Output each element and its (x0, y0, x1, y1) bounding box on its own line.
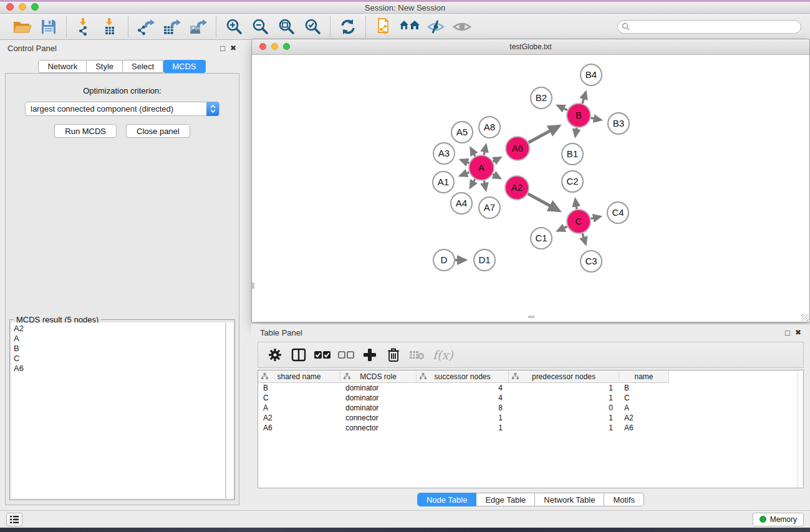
column-header-name[interactable]: name (619, 370, 669, 383)
edge-A-A3[interactable] (461, 160, 469, 163)
table-row[interactable]: Bdominator41B (258, 383, 803, 393)
criterion-dropdown[interactable]: largest connected component (directed) (25, 102, 219, 116)
task-history-button[interactable] (6, 513, 22, 526)
table-row[interactable]: A2connector11A2 (258, 413, 803, 423)
edge-A-A5[interactable] (471, 148, 475, 156)
table-scrollbar[interactable] (797, 370, 803, 488)
node-A6[interactable]: A6 (506, 137, 529, 160)
run-mcds-button[interactable]: Run MCDS (54, 124, 117, 138)
table-cell[interactable]: 4 (417, 383, 509, 393)
result-list-item[interactable]: A (14, 334, 225, 344)
table-settings-gear-icon[interactable] (264, 345, 286, 365)
node-A3[interactable]: A3 (433, 143, 455, 164)
select-all-rows-icon[interactable] (312, 345, 333, 365)
tab-edge-table[interactable]: Edge Table (476, 493, 535, 506)
float-panel-icon[interactable]: □ (220, 44, 225, 52)
table-cell[interactable]: A6 (619, 423, 669, 433)
edge-A-A4[interactable] (470, 179, 475, 187)
edge-A-A7[interactable] (484, 181, 486, 190)
canvas-vscroll-thumb[interactable] (252, 283, 254, 289)
network-maximize-button[interactable] (283, 43, 290, 50)
network-graph[interactable]: B4B2BB3A8A5A6A3B1AA1C2A2A4A7C4CC1DD1C3 (252, 55, 809, 318)
table-cell[interactable]: 1 (509, 393, 619, 403)
tab-network[interactable]: Network (38, 60, 87, 73)
node-D[interactable]: D (433, 249, 455, 271)
tab-motifs[interactable]: Motifs (604, 493, 644, 506)
table-cell[interactable]: connector (340, 413, 417, 423)
node-A1[interactable]: A1 (433, 172, 454, 193)
tab-style[interactable]: Style (87, 60, 123, 73)
memory-button[interactable]: Memory (753, 513, 804, 526)
edge-A-A8[interactable] (484, 145, 486, 155)
export-network-icon[interactable] (135, 16, 157, 37)
hide-panel-icon[interactable] (425, 16, 447, 37)
table-cell[interactable]: 1 (417, 413, 509, 423)
refresh-icon[interactable] (337, 16, 359, 37)
node-C[interactable]: C (567, 210, 591, 233)
table-cell[interactable]: A2 (619, 413, 669, 423)
float-table-panel-icon[interactable]: □ (785, 329, 790, 337)
edge-A-A2[interactable] (493, 174, 500, 178)
node-A4[interactable]: A4 (451, 193, 472, 214)
column-header-predecessor-nodes[interactable]: predecessor nodes (509, 370, 619, 383)
table-cell[interactable]: dominator (340, 403, 417, 413)
zoom-selected-icon[interactable] (301, 16, 324, 37)
node-A7[interactable]: A7 (479, 197, 500, 218)
node-A8[interactable]: A8 (479, 117, 500, 138)
edge-C-C1[interactable] (557, 226, 567, 231)
table-cell[interactable]: 8 (417, 403, 509, 413)
tab-network-table[interactable]: Network Table (535, 493, 604, 506)
table-cell[interactable]: dominator (340, 393, 417, 403)
edge-C-C3[interactable] (582, 233, 586, 244)
edge-C-C2[interactable] (575, 200, 576, 210)
result-list-item[interactable]: A6 (14, 364, 225, 374)
edge-A2-C[interactable] (528, 194, 559, 211)
zoom-fit-icon[interactable] (275, 16, 297, 37)
mcds-result-list[interactable]: A2ABCA6 (11, 322, 226, 498)
table-cell[interactable]: B (258, 383, 340, 393)
close-table-panel-icon[interactable]: ✖ (795, 329, 801, 336)
table-cell[interactable]: C (258, 393, 340, 403)
table-cell[interactable]: 1 (509, 383, 619, 393)
import-network-icon[interactable] (73, 16, 95, 37)
close-panel-icon[interactable]: ✖ (230, 44, 236, 52)
clone-network-icon[interactable] (372, 16, 395, 37)
node-B3[interactable]: B3 (608, 113, 629, 134)
table-row[interactable]: Adominator80A (258, 403, 803, 413)
canvas-hscroll-thumb[interactable] (528, 316, 534, 318)
save-session-icon[interactable] (37, 16, 60, 37)
node-B[interactable]: B (567, 104, 591, 127)
node-C3[interactable]: C3 (581, 251, 602, 272)
network-close-button[interactable] (259, 43, 266, 50)
node-C4[interactable]: C4 (607, 202, 629, 223)
result-list-item[interactable]: C (14, 354, 225, 364)
edge-B-B3[interactable] (591, 118, 601, 120)
node-B1[interactable]: B1 (562, 143, 583, 165)
table-cell[interactable]: A (258, 403, 340, 413)
import-table-icon[interactable] (99, 16, 122, 37)
column-header-successor-nodes[interactable]: successor nodes (417, 370, 509, 383)
node-C1[interactable]: C1 (531, 228, 552, 249)
deselect-all-rows-icon[interactable] (335, 345, 357, 365)
table-cell[interactable]: dominator (340, 383, 417, 393)
table-cell[interactable]: 4 (417, 393, 509, 403)
minimize-window-button[interactable] (19, 3, 26, 11)
edge-B-B1[interactable] (576, 128, 577, 137)
table-cell[interactable]: connector (340, 423, 417, 433)
edge-B-B2[interactable] (557, 105, 567, 110)
network-window-titlebar[interactable]: testGlobe.txt (252, 39, 809, 55)
tab-node-table[interactable]: Node Table (417, 493, 477, 506)
home-icon[interactable] (398, 16, 421, 37)
maximize-window-button[interactable] (31, 3, 39, 11)
node-B4[interactable]: B4 (581, 64, 602, 85)
tab-mcds[interactable]: MCDS (163, 60, 205, 73)
node-A5[interactable]: A5 (451, 122, 473, 143)
edge-A-A6[interactable] (493, 158, 501, 162)
column-header-MCDS-role[interactable]: MCDS role (340, 370, 417, 383)
zoom-out-icon[interactable] (249, 16, 271, 37)
zoom-in-icon[interactable] (223, 16, 245, 37)
close-panel-button[interactable]: Close panel (126, 124, 190, 138)
export-image-icon[interactable] (187, 16, 210, 37)
table-cell[interactable]: A6 (258, 423, 340, 433)
node-A2[interactable]: A2 (505, 176, 529, 200)
